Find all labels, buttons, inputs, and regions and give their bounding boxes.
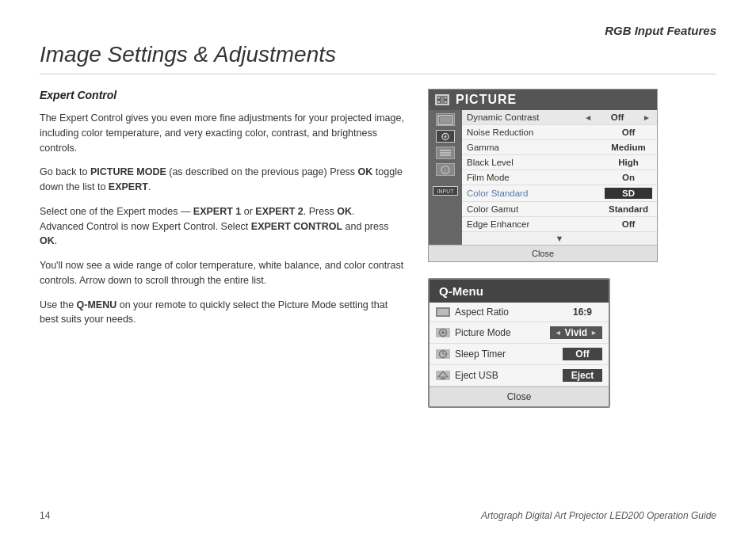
sidebar-icon-4: i <box>436 163 455 176</box>
page-container: RGB Input Features Image Settings & Adju… <box>0 0 756 537</box>
paragraph-1: The Expert Control gives you even more f… <box>40 111 404 155</box>
qmenu: Q-Menu Aspect Ratio 16:9 <box>428 278 610 408</box>
qmenu-aspect-ratio-row: Aspect Ratio 16:9 <box>430 303 609 322</box>
gamma-row: Gamma Medium <box>462 140 657 155</box>
qmenu-header: Q-Menu <box>430 280 609 303</box>
sleep-timer-label: Sleep Timer <box>455 348 558 360</box>
film-icon <box>435 94 449 105</box>
color-standard-label: Color Standard <box>467 189 605 198</box>
picture-sidebar: i INPUT <box>429 110 462 245</box>
content-area: Expert Control The Expert Control gives … <box>40 89 716 408</box>
eject-usb-value: Eject <box>563 369 602 382</box>
qmenu-title: Q-Menu <box>439 284 483 298</box>
page-title: Image Settings & Adjustments <box>40 42 716 74</box>
picture-menu: PICTURE <box>428 89 658 262</box>
picture-menu-body: i INPUT Dynamic Contrast ◄ Of <box>429 110 657 245</box>
svg-point-9 <box>445 135 447 138</box>
svg-rect-19 <box>441 378 445 379</box>
color-gamut-value: Standard <box>605 204 652 214</box>
left-arrow-icon: ◄ <box>582 113 594 122</box>
aspect-ratio-icon <box>436 307 450 317</box>
noise-reduction-label: Noise Reduction <box>467 128 605 137</box>
picture-menu-rows: Dynamic Contrast ◄ Off ► Noise Reduction… <box>462 110 657 245</box>
sleep-timer-value: Off <box>563 348 602 360</box>
black-level-row: Black Level High <box>462 155 657 170</box>
svg-rect-12 <box>437 308 449 316</box>
svg-rect-2 <box>438 101 440 103</box>
color-gamut-label: Color Gamut <box>467 204 605 214</box>
paragraph-2: Go back to PICTURE MODE (as described on… <box>40 165 404 195</box>
right-content: PICTURE <box>428 89 674 408</box>
aspect-ratio-label: Aspect Ratio <box>455 307 558 318</box>
black-level-label: Black Level <box>467 158 605 167</box>
gamma-value: Medium <box>605 143 652 152</box>
eject-usb-label: Eject USB <box>455 370 558 381</box>
page-footer: 14 Artograph Digital Art Projector LED20… <box>40 510 716 521</box>
svg-text:i: i <box>445 167 446 174</box>
scroll-down-indicator: ▼ <box>462 232 657 245</box>
picture-mode-icon <box>436 328 450 337</box>
qmenu-close-button[interactable]: Close <box>430 387 609 406</box>
paragraph-4: You'll now see a wide range of color tem… <box>40 258 404 288</box>
sidebar-icon-5: INPUT <box>433 186 458 196</box>
picture-mode-value: ◄ Vivid ► <box>550 326 602 339</box>
eject-usb-icon <box>436 371 450 380</box>
dynamic-contrast-value: Off <box>594 112 641 122</box>
sidebar-icon-1 <box>436 113 455 126</box>
film-mode-label: Film Mode <box>467 173 605 182</box>
footer-page-number: 14 <box>40 510 50 521</box>
svg-rect-7 <box>440 117 451 123</box>
picture-menu-header: PICTURE <box>429 90 657 110</box>
edge-enhancer-row: Edge Enhancer Off <box>462 217 657 232</box>
noise-reduction-row: Noise Reduction Off <box>462 125 657 140</box>
aspect-ratio-value: 16:9 <box>563 307 602 318</box>
dynamic-contrast-row: Dynamic Contrast ◄ Off ► <box>462 110 657 125</box>
svg-point-14 <box>441 331 445 334</box>
paragraph-5: Use the Q-MENU on your remote to quickly… <box>40 298 404 328</box>
color-standard-row: Color Standard SD <box>462 185 657 202</box>
film-mode-row: Film Mode On <box>462 170 657 185</box>
picture-menu-close-button[interactable]: Close <box>429 245 657 261</box>
noise-reduction-value: Off <box>605 128 652 137</box>
color-standard-value: SD <box>605 188 652 199</box>
edge-enhancer-value: Off <box>605 219 652 229</box>
header-title: RGB Input Features <box>605 24 716 37</box>
svg-rect-1 <box>438 97 440 98</box>
dynamic-contrast-label: Dynamic Contrast <box>467 112 582 122</box>
qmenu-sleep-timer-row: Sleep Timer Off <box>430 344 609 365</box>
right-arrow-icon: ► <box>641 113 652 122</box>
black-level-value: High <box>605 158 652 167</box>
qmenu-eject-usb-row: Eject USB Eject <box>430 365 609 387</box>
qmenu-picture-mode-row: Picture Mode ◄ Vivid ► <box>430 322 609 344</box>
picture-mode-vivid-text: Vivid <box>565 327 587 338</box>
svg-rect-3 <box>445 97 446 98</box>
sleep-timer-icon <box>436 349 450 359</box>
gamma-label: Gamma <box>467 143 605 152</box>
picture-menu-title: PICTURE <box>456 93 517 107</box>
picture-mode-right-arrow: ► <box>590 329 598 337</box>
picture-mode-left-arrow: ◄ <box>555 329 562 337</box>
left-content: Expert Control The Expert Control gives … <box>40 89 404 408</box>
sidebar-icon-3 <box>436 147 455 159</box>
film-mode-value: On <box>605 173 652 182</box>
paragraph-3: Select one of the Expert modes — EXPERT … <box>40 204 404 249</box>
picture-mode-label: Picture Mode <box>455 327 545 338</box>
section-heading: Expert Control <box>40 89 404 101</box>
svg-rect-5 <box>441 96 445 103</box>
svg-marker-18 <box>438 371 448 377</box>
edge-enhancer-label: Edge Enhancer <box>467 219 605 229</box>
color-gamut-row: Color Gamut Standard <box>462 202 657 217</box>
sidebar-icon-2 <box>436 130 455 143</box>
footer-document-title: Artograph Digital Art Projector LED200 O… <box>481 510 716 521</box>
svg-rect-4 <box>445 101 446 103</box>
page-header: RGB Input Features <box>40 24 716 37</box>
